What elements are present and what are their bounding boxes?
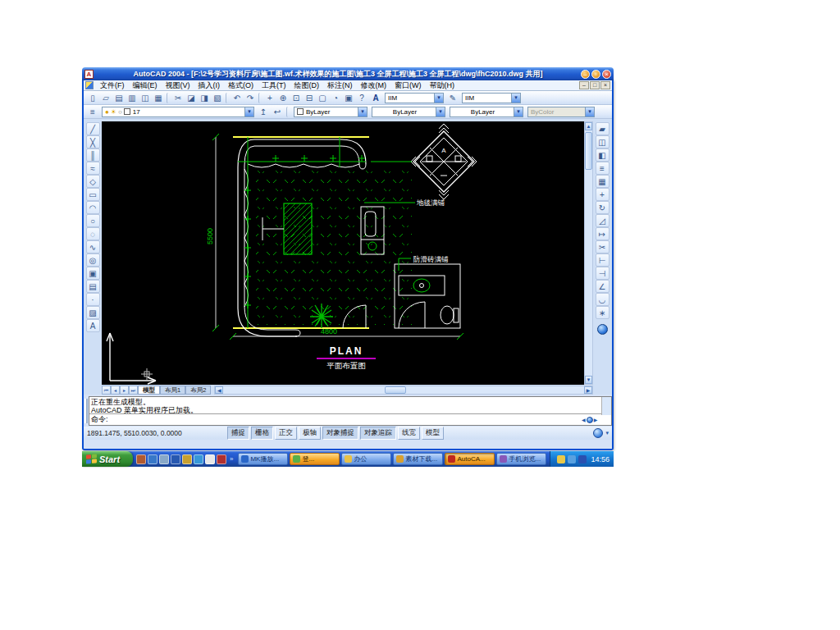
scroll-ball-icon[interactable] (587, 417, 593, 423)
polygon-icon[interactable]: ◇ (86, 175, 100, 188)
task-web-page[interactable]: 素材下载... (393, 453, 443, 465)
menu-item[interactable]: 编辑(E) (129, 80, 162, 92)
menu-item[interactable]: 窗口(W) (390, 80, 426, 92)
mtext-icon[interactable]: A (86, 319, 100, 332)
polyline-icon[interactable]: ≈ (86, 162, 100, 175)
scroll-left-icon[interactable]: ◀ (215, 386, 223, 394)
break-icon[interactable]: ⊣ (596, 267, 609, 280)
mdi-minimize-button[interactable]: – (579, 81, 589, 89)
make-block-icon[interactable]: ▤ (86, 280, 100, 293)
command-scrollbar[interactable] (601, 397, 611, 415)
menu-item[interactable]: 绘图(D) (290, 80, 324, 92)
pan-icon[interactable]: + (263, 92, 276, 104)
restore-button[interactable]: ▫ (591, 70, 600, 79)
move-icon[interactable]: + (596, 188, 609, 201)
toggle-polar[interactable]: 极轴 (299, 427, 321, 440)
line-icon[interactable]: ╱ (86, 122, 100, 135)
lineweight-dropdown[interactable]: ByLayer ▾ (450, 107, 523, 117)
mirror-icon[interactable]: ◧ (596, 148, 609, 162)
horizontal-scroll-thumb[interactable] (385, 386, 406, 394)
command-prompt[interactable]: 命令: ◀ ▶ (89, 414, 611, 424)
construction-line-icon[interactable]: ╳ (86, 135, 100, 148)
array-icon[interactable]: ▦ (596, 175, 609, 188)
tab-scroll-arrow[interactable]: ▸ (120, 386, 129, 395)
toggle-osnap[interactable]: 对象捕捉 (322, 427, 358, 440)
redo-icon[interactable]: ↷ (244, 92, 257, 104)
publish-icon[interactable]: ▦ (152, 92, 165, 104)
menu-item[interactable]: 工具(T) (258, 80, 290, 92)
explode-icon[interactable]: ∗ (596, 306, 609, 319)
properties-icon[interactable]: ▣ (342, 92, 355, 104)
zoom-realtime-icon[interactable]: ⊕ (276, 92, 290, 104)
command-hscroll[interactable]: ◀ ▶ (582, 416, 609, 423)
ql-explorer-icon[interactable] (159, 454, 169, 464)
insert-block-icon[interactable]: ▣ (86, 267, 100, 280)
ellipse-icon[interactable]: ◎ (86, 253, 100, 267)
mdi-restore-button[interactable]: □ (590, 81, 600, 89)
arc-icon[interactable]: ◠ (86, 201, 100, 214)
communication-center-icon[interactable] (597, 324, 608, 335)
toolbar-separator[interactable] (226, 93, 229, 103)
task-qq-login[interactable]: 登... (290, 453, 340, 465)
undo-icon[interactable]: ↶ (231, 92, 244, 104)
toggle-grid[interactable]: 栅格 (251, 427, 273, 440)
mdi-close-button[interactable]: × (600, 81, 610, 89)
spline-icon[interactable]: ∿ (86, 240, 100, 253)
start-button[interactable]: Start (82, 451, 133, 467)
task-autocad[interactable]: AutoCA... (445, 453, 495, 465)
chevron-down-icon[interactable]: ▾ (511, 94, 520, 103)
communication-center-icon[interactable] (593, 428, 603, 438)
chevron-down-icon[interactable]: ▾ (436, 107, 445, 116)
stretch-icon[interactable]: ↦ (596, 227, 609, 240)
menu-item[interactable]: 格式(O) (224, 80, 258, 92)
toolbar-separator[interactable] (258, 93, 262, 103)
toggle-ortho[interactable]: 正交 (275, 427, 297, 440)
copy-icon[interactable]: ◫ (596, 135, 609, 148)
tab-model[interactable]: 模型 (138, 386, 160, 395)
tray-im-icon[interactable] (578, 455, 587, 463)
hatch-icon[interactable]: ▨ (86, 306, 100, 319)
copy-clip-icon[interactable]: ◪ (185, 92, 198, 104)
chevron-down-icon[interactable]: ▾ (434, 94, 443, 103)
text-style-dropdown[interactable]: IIM ▾ (385, 93, 444, 103)
tray-network-icon[interactable] (568, 455, 576, 463)
dim-style-dropdown[interactable]: IIM ▾ (462, 93, 521, 103)
status-menu-chevron-icon[interactable]: ▾ (605, 430, 609, 436)
revision-cloud-icon[interactable]: ◌ (86, 227, 100, 240)
named-views-icon[interactable]: ▢ (316, 92, 329, 104)
layer-dropdown[interactable]: ● ☀ ○ 17 ▾ (102, 107, 254, 117)
zoom-previous-icon[interactable]: ⊟ (303, 92, 316, 104)
ql-downloader-icon[interactable] (217, 454, 226, 464)
ql-show-desktop-icon[interactable] (136, 454, 146, 464)
paste-icon[interactable]: ◨ (198, 92, 211, 104)
scale-icon[interactable]: ◿ (596, 214, 609, 227)
chevron-down-icon[interactable]: ▾ (358, 107, 367, 116)
menu-item[interactable]: 插入(I) (194, 80, 225, 92)
ql-camera-icon[interactable] (182, 454, 192, 464)
save-icon[interactable]: ▤ (112, 92, 126, 104)
menu-item[interactable]: 修改(M) (357, 80, 391, 92)
command-window-grip[interactable] (84, 399, 88, 423)
erase-icon[interactable]: ▰ (596, 122, 609, 135)
offset-icon[interactable]: ≡ (596, 162, 609, 175)
close-button[interactable]: × (602, 70, 611, 79)
cut-icon[interactable]: ✂ (171, 92, 185, 104)
tab-scroll-arrow[interactable]: ⏭ (129, 386, 138, 395)
3d-orbit-icon[interactable]: ◔ (329, 92, 342, 104)
task-folder-bangong[interactable]: 办公 (341, 453, 391, 465)
zoom-window-icon[interactable]: ⊡ (290, 92, 303, 104)
task-media-player[interactable]: MK播放... (238, 453, 288, 465)
rotate-icon[interactable]: ↻ (596, 201, 609, 214)
plot-preview-icon[interactable]: ◫ (139, 92, 152, 104)
layer-freeze-sun-icon[interactable]: ☀ (111, 108, 116, 116)
toggle-otrack[interactable]: 对象追踪 (360, 427, 396, 440)
color-dropdown[interactable]: ByLayer ▾ (294, 107, 368, 117)
tray-lock-icon[interactable] (557, 455, 565, 463)
toolbar-separator[interactable] (167, 93, 170, 103)
layer-previous-icon[interactable]: ↩ (271, 106, 284, 118)
tab-scroll-arrow[interactable]: ◂ (111, 386, 120, 395)
point-icon[interactable]: · (86, 293, 100, 306)
match-properties-icon[interactable]: ▧ (211, 92, 224, 104)
chamfer-icon[interactable]: ∠ (596, 280, 609, 293)
menu-item[interactable]: 文件(F) (96, 80, 129, 92)
